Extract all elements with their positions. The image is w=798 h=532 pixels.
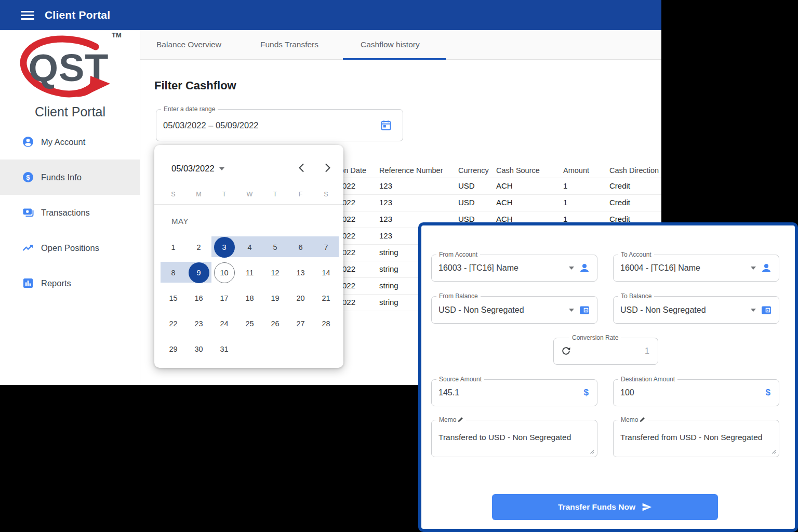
calendar-week-row: 22232425262728 (161, 311, 339, 336)
active-tab-underline (343, 58, 446, 60)
destination-amount-input[interactable]: Destination Amount 100 $ (613, 379, 779, 406)
calendar-day-22[interactable]: 22 (163, 313, 184, 334)
calendar-day-14[interactable]: 14 (316, 262, 337, 283)
calendar-cell: 17 (211, 285, 237, 311)
sidebar: QST TM Client Portal My Account$Funds In… (0, 30, 140, 385)
calendar-day-25[interactable]: 25 (240, 313, 260, 334)
calendar-day-13[interactable]: 13 (290, 262, 311, 283)
menu-hamburger-icon[interactable] (21, 11, 34, 20)
resize-handle[interactable] (770, 448, 776, 454)
chevron-down-icon[interactable] (751, 309, 756, 312)
from-account-select[interactable]: From Account 16003 - [TC16] Name (431, 255, 597, 282)
calendar-cell: 5 (262, 234, 288, 260)
tab-funds-transfers[interactable]: Funds Transfers (260, 40, 318, 49)
account-circle-icon (22, 136, 34, 148)
conversion-rate-field[interactable]: Conversion Rate 1 (553, 338, 658, 365)
calendar-day-12[interactable]: 12 (265, 262, 286, 283)
calendar-day-2[interactable]: 2 (189, 237, 209, 258)
date-range-input[interactable]: Enter a date range 05/03/2022 – 05/09/20… (156, 109, 403, 141)
calendar-day-11[interactable]: 11 (240, 262, 260, 283)
calendar-cell: 1 (161, 234, 186, 260)
calendar-day-19[interactable]: 19 (265, 288, 286, 309)
to-balance-select[interactable]: To Balance USD - Non Segregated (613, 296, 779, 324)
calendar-day-17[interactable]: 17 (214, 288, 235, 309)
memo-from-value: Transfered to USD - Non Segregated (438, 433, 571, 442)
from-balance-label: From Balance (436, 292, 481, 300)
sidebar-item-funds-info[interactable]: $Funds Info (0, 159, 140, 195)
qst-logo: QST TM Client Portal (0, 30, 140, 124)
logo-subtitle: Client Portal (0, 104, 140, 119)
destination-amount-value: 100 (620, 388, 634, 397)
calendar-day-18[interactable]: 18 (240, 288, 260, 309)
resize-handle[interactable] (589, 448, 594, 454)
table-cell-direction: Credit (609, 198, 630, 207)
conversion-rate-label: Conversion Rate (569, 334, 621, 341)
calendar-cell: 19 (262, 285, 288, 311)
wallet-icon (760, 304, 773, 316)
calendar-day-27[interactable]: 27 (290, 313, 311, 334)
memo-to-textarea[interactable]: Memo Transfered from USD - Non Segregate… (613, 420, 779, 457)
calendar-day-6[interactable]: 6 (290, 237, 311, 258)
calendar-day-23[interactable]: 23 (189, 313, 209, 334)
calendar-day-5[interactable]: 5 (265, 237, 286, 258)
memo-from-textarea[interactable]: Memo Transfered to USD - Non Segregated (431, 420, 597, 457)
calendar-day-4[interactable]: 4 (240, 237, 260, 258)
calendar-day-8[interactable]: 8 (163, 262, 184, 283)
chevron-down-icon[interactable] (569, 309, 574, 312)
table-cell-amount: 1 (563, 198, 567, 207)
calendar-cell (313, 336, 339, 362)
calendar-month-selector[interactable]: 05/03/2022 (171, 164, 224, 174)
calendar-cell: 12 (262, 260, 288, 285)
calendar-day-7[interactable]: 7 (316, 237, 337, 258)
calendar-cell: 23 (186, 311, 211, 336)
chevron-down-icon[interactable] (751, 267, 756, 270)
sidebar-item-reports[interactable]: Reports (0, 265, 140, 301)
source-amount-input[interactable]: Source Amount 145.1 $ (431, 379, 597, 406)
calendar-day-3[interactable]: 3 (214, 237, 235, 258)
calendar-day-28[interactable]: 28 (316, 313, 337, 334)
memo-to-label: Memo (618, 416, 648, 423)
calendar-day-29[interactable]: 29 (163, 339, 184, 360)
send-icon (642, 502, 652, 512)
calendar-cell: 13 (288, 260, 313, 285)
sync-icon[interactable] (561, 346, 571, 357)
calendar-grid: 1234567891011121314151617181920212223242… (161, 234, 339, 362)
calendar-day-10[interactable]: 10 (214, 262, 235, 283)
sidebar-item-my-account[interactable]: My Account (0, 124, 140, 159)
transfer-funds-now-button[interactable]: Transfer Funds Now (492, 494, 718, 520)
sidebar-item-open-positions[interactable]: Open Positions (0, 230, 140, 265)
date-picker-popup: 05/03/2022 SMTWTFS MAY 12345678910111213… (154, 145, 343, 368)
person-icon (760, 262, 773, 274)
calendar-cell: 8 (161, 260, 186, 285)
chevron-down-icon[interactable] (569, 267, 574, 270)
calendar-day-16[interactable]: 16 (189, 288, 209, 309)
calendar-day-26[interactable]: 26 (265, 313, 286, 334)
calendar-icon[interactable] (380, 119, 392, 131)
calendar-day-1[interactable]: 1 (163, 237, 184, 258)
to-balance-label: To Balance (618, 292, 654, 300)
calendar-day-31[interactable]: 31 (214, 339, 235, 360)
calendar-week-row: 15161718192021 (161, 285, 339, 311)
table-cell-reference: string (379, 281, 398, 290)
calendar-day-24[interactable]: 24 (214, 313, 235, 334)
source-amount-label: Source Amount (436, 376, 484, 383)
next-month-icon[interactable] (321, 162, 334, 174)
sidebar-item-transactions[interactable]: Transactions (0, 195, 140, 230)
from-balance-value: USD - Non Segregated (438, 305, 524, 315)
tab-balance-overview[interactable]: Balance Overview (156, 40, 221, 49)
calendar-header-date: 05/03/2022 (171, 164, 215, 174)
previous-month-icon[interactable] (296, 162, 308, 174)
calendar-cell: 30 (186, 336, 211, 362)
to-account-select[interactable]: To Account 16004 - [TC16] Name (613, 255, 779, 282)
calendar-day-15[interactable]: 15 (163, 288, 184, 309)
calendar-day-20[interactable]: 20 (290, 288, 311, 309)
calendar-day-30[interactable]: 30 (189, 339, 209, 360)
calendar-day-9[interactable]: 9 (189, 262, 209, 283)
table-cell-reference: 123 (379, 181, 392, 190)
calendar-day-21[interactable]: 21 (316, 288, 337, 309)
from-balance-select[interactable]: From Balance USD - Non Segregated (431, 296, 597, 324)
memo-to-value: Transfered from USD - Non Segregated (620, 433, 762, 442)
calendar-cell: 29 (161, 336, 186, 362)
tab-cashflow-history[interactable]: Cashflow history (361, 40, 420, 49)
month-label: MAY (171, 217, 189, 225)
